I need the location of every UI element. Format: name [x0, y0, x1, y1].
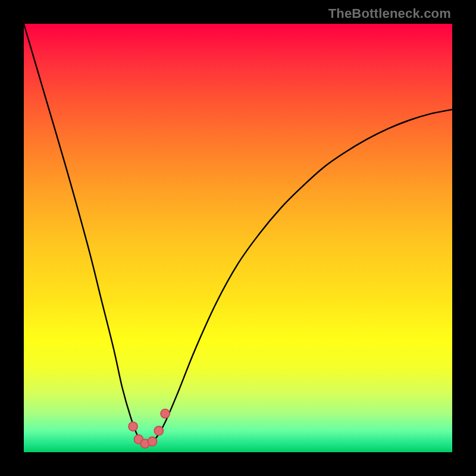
chart-overlay	[24, 24, 452, 452]
curve-marker	[129, 422, 137, 431]
plot-area	[24, 24, 452, 452]
curve-markers	[129, 409, 170, 448]
bottleneck-curve	[24, 24, 452, 444]
curve-marker	[148, 437, 157, 446]
chart-frame: TheBottleneck.com	[0, 0, 476, 476]
curve-marker	[154, 427, 163, 436]
curve-marker	[161, 409, 170, 418]
attribution-label: TheBottleneck.com	[328, 6, 451, 21]
